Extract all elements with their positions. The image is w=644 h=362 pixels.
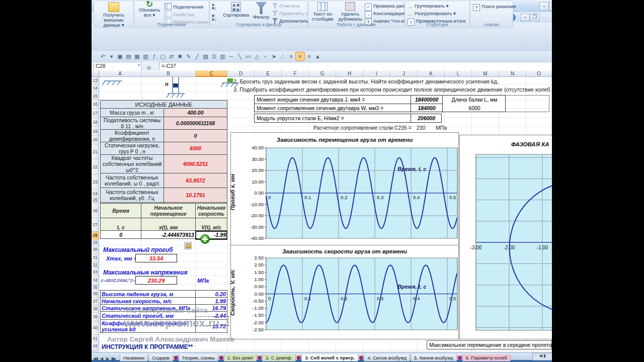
row-header-21[interactable]: 21 [92, 144, 99, 159]
row-header-19[interactable]: 19 [92, 127, 99, 136]
gear-icon[interactable]: ✱ [176, 52, 184, 61]
row-header-25[interactable]: 25 [92, 198, 99, 203]
row-header-24[interactable]: 24 [92, 190, 99, 198]
paste-icon[interactable]: ▣ [116, 52, 124, 61]
row-header-42[interactable]: 42 [92, 342, 99, 350]
input-value[interactable]: 4000 [164, 142, 227, 155]
column-header-C[interactable]: C [196, 70, 227, 77]
phase-chart[interactable]: ФАЗОВАЯ КА -3.00-2.00-1.00 [459, 135, 552, 339]
sheet-tab-4[interactable]: 1. Без демп [224, 354, 257, 361]
sheet-tab-9[interactable]: 6. Параметр колеб [462, 354, 511, 361]
format-painter-icon[interactable]: ▧ [141, 52, 150, 61]
row-header-26[interactable]: 26 [92, 203, 99, 218]
row-header-36[interactable]: 36 [92, 290, 99, 298]
pencil-icon[interactable]: ✎ [184, 52, 193, 61]
slash-icon[interactable]: ╱ [193, 52, 201, 61]
align-right-icon[interactable]: ≡ [305, 52, 313, 61]
select-all-corner[interactable] [92, 70, 99, 77]
row-header-41[interactable]: 41 [92, 335, 99, 342]
row-header-22[interactable]: 22 [92, 159, 99, 174]
beam-param-value[interactable]: 184000 [411, 104, 442, 113]
column-header-D[interactable]: D [227, 70, 255, 77]
prev-sheet-button[interactable]: ◀ [99, 356, 105, 361]
clear-filter-button[interactable]: Очистить [272, 3, 300, 9]
input-value[interactable]: 10.1791 [164, 188, 227, 203]
result-value[interactable]: 0.20 [195, 291, 227, 298]
omega-icon[interactable]: Ω [210, 52, 218, 61]
crop-icon[interactable]: ▫ [261, 52, 270, 61]
row-header-20[interactable]: 20 [92, 136, 99, 144]
row-header-17[interactable]: 17 [92, 109, 99, 118]
row-header-28[interactable]: 28 [92, 231, 99, 240]
sheet-tab-5[interactable]: 2. С демпф. [262, 354, 296, 361]
workbook-minimize-button[interactable]: – [520, 14, 530, 21]
input-value[interactable]: 4090.5251 [164, 155, 227, 173]
row-header-30[interactable]: 30 [92, 245, 99, 253]
filter-button[interactable]: Фильтр [251, 2, 271, 20]
input-value[interactable]: 0.000000611168 [164, 117, 227, 130]
row-header-34[interactable]: 34 [92, 276, 99, 285]
pointer-icon[interactable]: ➤ [270, 52, 278, 61]
paste-options-icon[interactable] [184, 242, 192, 249]
input-value[interactable]: 400.00 [164, 109, 227, 117]
row-header-31[interactable]: 31 [92, 253, 99, 262]
remove-duplicates-button[interactable]: Удалить дубликаты [337, 2, 364, 22]
minimize-button[interactable]: – [539, 2, 549, 11]
ink-icon[interactable]: ▲ [313, 52, 322, 61]
column-header-F[interactable]: F [282, 70, 309, 77]
connections-button[interactable]: Подключения [165, 3, 203, 10]
displacement-chart[interactable]: Зависимость перемещения груза от времени… [230, 132, 459, 245]
column-header-M[interactable]: M [472, 70, 499, 77]
row-header-23[interactable]: 23 [92, 174, 99, 190]
undo-icon[interactable]: ↶ [99, 52, 107, 61]
first-sheet-button[interactable]: ◀▮ [93, 356, 99, 361]
column-header-L[interactable]: L [445, 70, 472, 77]
last-sheet-button[interactable]: ▮▶ [111, 356, 117, 361]
row-header-14[interactable]: 14 [92, 84, 99, 92]
row-header-18[interactable]: 18 [92, 118, 99, 127]
eraser-icon[interactable]: ▨ [201, 52, 210, 61]
function-icon[interactable]: ƒ [150, 52, 158, 61]
dropdown-icon[interactable]: ▾ [107, 52, 116, 61]
input-value[interactable]: 63.9572 [164, 173, 227, 188]
group-button[interactable]: →Группировать ▾ [408, 3, 448, 10]
sheet-tab-8[interactable]: 5. Кинем возбужд [411, 354, 456, 361]
dots-icon[interactable]: ∴ [278, 52, 287, 61]
chart-icon[interactable]: ▥ [218, 52, 227, 61]
row-header-27[interactable]: 27 [92, 218, 99, 231]
row-header-33[interactable]: 33 [92, 268, 99, 276]
sheet-tab-3[interactable]: Теория, схемы [179, 354, 218, 361]
init-value[interactable]: -2.444673913 [141, 231, 195, 239]
next-sheet-button[interactable]: ▶ [105, 356, 111, 361]
sort-button[interactable]: А ЯЯ А Сортировка [222, 2, 250, 18]
text-to-columns-button[interactable]: Текст по столбцам [309, 2, 336, 22]
sheet-tab-2[interactable]: Содерж [148, 354, 173, 361]
row-header-40[interactable]: 40 [92, 321, 99, 335]
rect-icon[interactable]: ▭ [244, 52, 253, 61]
sheet-tab-6[interactable]: 3. Соб колеб с пригр. [301, 354, 358, 361]
properties-button[interactable]: Свойства [165, 11, 194, 17]
column-header-H[interactable]: H [336, 70, 363, 77]
row-header-39[interactable]: 39 [92, 313, 99, 321]
diagonal-icon[interactable]: ╲ [235, 52, 244, 61]
column-header-G[interactable]: G [309, 70, 336, 77]
cell-icon[interactable]: ▢ [158, 52, 167, 61]
refresh-all-button[interactable]: ↻ Обновить все ▾ [135, 2, 164, 18]
row-header-38[interactable]: 38 [92, 305, 99, 313]
exchange-icon[interactable]: ⇄ [167, 52, 176, 61]
init-value[interactable]: 0 [101, 231, 141, 239]
beam-param-value[interactable]: 18400000 [411, 96, 442, 104]
row-header-13[interactable]: 13 [92, 77, 99, 84]
workbook-restore-button[interactable]: ❐ [530, 14, 539, 21]
sheet-tab-7[interactable]: 4. Силов возбужд [364, 354, 410, 361]
row-header-32[interactable]: 32 [92, 262, 99, 268]
column-header-A[interactable]: A [99, 70, 141, 77]
fill-table-icon[interactable]: ▦ [133, 52, 141, 61]
beam-length-value[interactable]: 6000 [442, 104, 506, 113]
modulus-value[interactable]: 206000 [411, 114, 442, 122]
horizontal-scrollbar[interactable]: ◀ ▮ [532, 353, 552, 360]
input-value[interactable]: 0 [164, 130, 227, 142]
sheet-tab-1[interactable]: Название [120, 354, 148, 361]
triangle-icon[interactable]: △ [253, 52, 261, 61]
sort-desc-button[interactable]: ЯА↓ [212, 14, 217, 22]
